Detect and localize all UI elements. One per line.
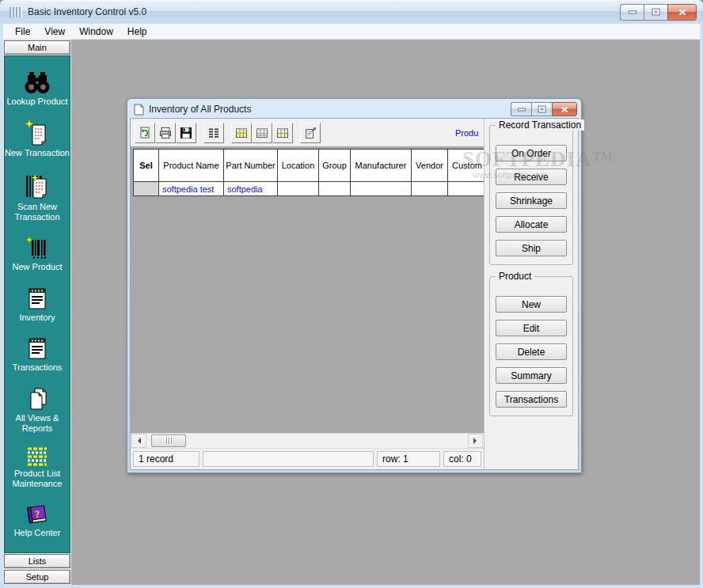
part-number-cell[interactable]: softpedia — [224, 182, 278, 196]
column-header-group[interactable]: Group — [319, 150, 351, 182]
product-group: Product New Edit Delete Summary Transact… — [489, 276, 573, 416]
columns-button[interactable] — [203, 123, 224, 143]
manufacturer-cell[interactable] — [351, 182, 412, 196]
menu-window[interactable]: Window — [72, 25, 120, 38]
toolbar: Produ — [131, 119, 484, 146]
horizontal-scrollbar[interactable] — [131, 433, 484, 448]
record-transaction-group: Record Transaction On Order Receive Shri… — [489, 125, 573, 265]
sidebar-item-label: New Product — [13, 262, 63, 272]
app-body: Main Lookup Product — [3, 40, 700, 585]
ship-button[interactable]: Ship — [496, 240, 567, 256]
vendor-cell[interactable] — [412, 182, 448, 196]
sidebar-panel: Lookup Product New Transaction — [4, 55, 70, 553]
scrollbar-track[interactable] — [146, 434, 468, 447]
sidebar-tab-setup[interactable]: Setup — [4, 570, 70, 584]
group-cell[interactable] — [319, 182, 351, 196]
view-grid-button[interactable] — [252, 123, 272, 143]
grid-header-row: Sel Product Name Part Number Location Gr… — [134, 150, 484, 182]
delete-button[interactable]: Delete — [496, 343, 567, 360]
row-indicator: row: 1 — [377, 451, 440, 467]
scroll-left-button[interactable] — [131, 434, 146, 448]
documents-icon — [25, 386, 49, 412]
sidebar-item-inventory[interactable]: Inventory — [5, 286, 70, 323]
striped-list-icon — [25, 446, 49, 467]
scroll-right-button[interactable] — [468, 434, 483, 448]
column-header-custom[interactable]: Custom — [448, 150, 484, 182]
grid-icon — [256, 127, 268, 139]
record-transaction-group-title: Record Transaction — [496, 119, 584, 131]
column-header-sel[interactable]: Sel — [134, 150, 159, 182]
print-button[interactable] — [155, 123, 176, 143]
sidebar-item-help-center[interactable]: ? Help Center — [5, 503, 70, 538]
sidebar-item-new-product[interactable]: New Product — [5, 235, 70, 272]
window-controls — [620, 4, 697, 21]
column-header-part-number[interactable]: Part Number — [224, 150, 278, 182]
summary-button[interactable]: Summary — [496, 367, 567, 384]
sidebar-item-new-transaction[interactable]: New Transaction — [5, 119, 70, 158]
row-selector-cell[interactable] — [134, 182, 159, 196]
menu-bar: File View Window Help — [3, 24, 700, 40]
inventory-window: Inventory of All Products — [127, 98, 582, 473]
sidebar-item-lookup-product[interactable]: Lookup Product — [5, 71, 70, 107]
view-grid-highlight2-button[interactable] — [272, 123, 293, 143]
product-name-cell[interactable]: softpedia test — [159, 182, 224, 196]
action-panel: Record Transaction On Order Receive Shri… — [484, 119, 578, 469]
receive-button[interactable]: Receive — [496, 169, 567, 185]
menu-file[interactable]: File — [8, 25, 37, 38]
allocate-button[interactable]: Allocate — [496, 216, 567, 233]
window-titlebar[interactable]: Basic Inventory Control v5.0 — [0, 0, 703, 24]
close-button[interactable] — [667, 4, 697, 21]
help-book-icon: ? — [25, 503, 50, 526]
arrow-right-icon — [473, 438, 480, 444]
location-cell[interactable] — [278, 182, 319, 196]
minimize-button[interactable] — [511, 102, 531, 116]
sidebar-item-label: Transactions — [13, 362, 63, 373]
sidebar-item-label: New Transaction — [5, 148, 70, 158]
shrinkage-button[interactable]: Shrinkage — [496, 192, 567, 209]
notepad-icon — [25, 286, 49, 311]
save-icon — [180, 127, 192, 139]
column-header-location[interactable]: Location — [278, 150, 319, 182]
minimize-button[interactable] — [620, 4, 644, 21]
minimize-icon — [629, 10, 636, 14]
binoculars-icon — [24, 71, 51, 95]
refresh-button[interactable] — [135, 123, 155, 143]
window-frame: File View Window Help Main — [0, 24, 703, 588]
sidebar-item-all-views-reports[interactable]: All Views & Reports — [5, 386, 70, 434]
menu-help[interactable]: Help — [120, 25, 154, 38]
sidebar: Main Lookup Product — [3, 40, 71, 585]
sidebar-item-label: All Views & Reports — [5, 413, 70, 434]
sidebar-tab-main[interactable]: Main — [4, 40, 70, 55]
transactions-button[interactable]: Transactions — [496, 391, 567, 408]
properties-button[interactable] — [300, 123, 321, 143]
restore-button[interactable] — [531, 102, 552, 116]
new-button[interactable]: New — [496, 296, 567, 313]
column-header-product-name[interactable]: Product Name — [159, 150, 224, 182]
new-note-icon — [25, 119, 50, 146]
column-header-manufacturer[interactable]: Manufacturer — [351, 150, 412, 182]
grid-section: Produ Sel Pro — [131, 119, 484, 469]
close-icon — [560, 106, 568, 113]
save-button[interactable] — [176, 123, 196, 143]
sidebar-item-label: Help Center — [14, 528, 61, 538]
view-grid-highlight-button[interactable] — [231, 123, 252, 143]
menu-view[interactable]: View — [37, 25, 72, 38]
products-link[interactable]: Produ — [455, 128, 482, 138]
scrollbar-thumb[interactable] — [151, 434, 186, 447]
column-header-vendor[interactable]: Vendor — [412, 150, 448, 182]
sidebar-tab-lists[interactable]: Lists — [4, 554, 70, 568]
on-order-button[interactable]: On Order — [496, 145, 567, 161]
edit-button[interactable]: Edit — [496, 320, 567, 336]
sidebar-item-label: Lookup Product — [6, 97, 67, 107]
close-button[interactable] — [552, 102, 577, 116]
inventory-window-title: Inventory of All Products — [149, 104, 251, 115]
document-icon — [134, 104, 144, 116]
sidebar-item-product-list-maintenance[interactable]: Product List Maintenance — [5, 446, 70, 489]
custom-cell[interactable] — [448, 182, 484, 196]
inventory-window-titlebar[interactable]: Inventory of All Products — [130, 101, 579, 118]
restore-button[interactable] — [644, 4, 667, 21]
grid-viewport: Sel Product Name Part Number Location Gr… — [131, 146, 484, 433]
sidebar-item-scan-new-transaction[interactable]: Scan New Transaction — [5, 172, 70, 222]
grid-row[interactable]: softpedia test softpedia — [134, 182, 484, 196]
sidebar-item-transactions[interactable]: Transactions — [5, 336, 70, 373]
